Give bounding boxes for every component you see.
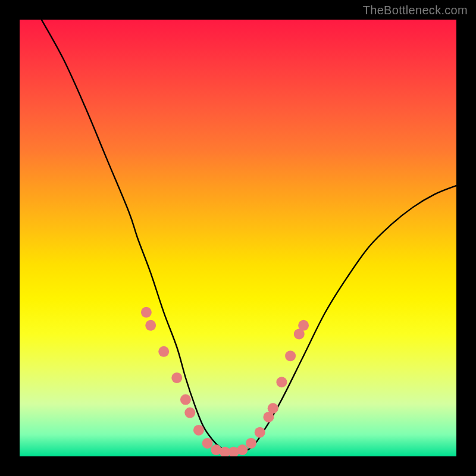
curve-marker <box>180 394 191 405</box>
curve-marker <box>184 408 195 418</box>
curve-markers <box>141 307 309 456</box>
curve-marker <box>171 372 182 383</box>
curve-marker <box>145 320 156 331</box>
curve-svg <box>20 20 456 456</box>
plot-area <box>20 20 456 456</box>
watermark-text: TheBottleneck.com <box>363 4 468 17</box>
curve-marker <box>202 438 213 449</box>
curve-marker <box>193 425 204 436</box>
curve-marker <box>255 427 265 438</box>
chart-frame: TheBottleneck.com <box>0 0 476 476</box>
curve-marker <box>158 346 169 357</box>
curve-marker <box>268 403 278 414</box>
curve-marker <box>237 444 248 455</box>
curve-marker <box>298 320 309 331</box>
curve-marker <box>276 377 287 387</box>
curve-marker <box>141 307 152 318</box>
bottleneck-curve <box>42 20 456 453</box>
curve-marker <box>285 350 296 361</box>
curve-marker <box>246 438 256 449</box>
